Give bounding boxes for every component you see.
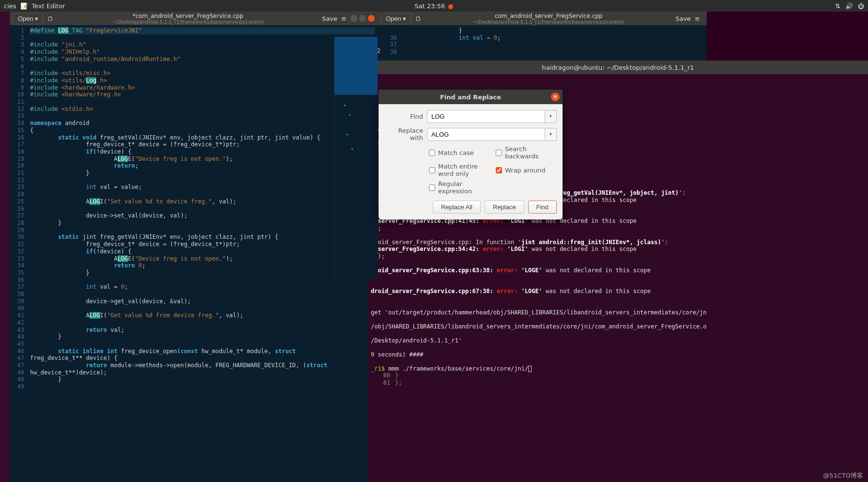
code-content[interactable]: #define LOG_TAG "FregServiceJNI" #includ… bbox=[27, 25, 378, 482]
minimap[interactable] bbox=[334, 37, 378, 279]
close-icon[interactable] bbox=[368, 15, 375, 22]
minimap-viewport[interactable] bbox=[335, 37, 378, 95]
terminal-titlebar: haidragon@ubuntu: ~/Desktop/android-5.1.… bbox=[368, 61, 868, 74]
volume-icon[interactable]: 🔊 bbox=[845, 2, 853, 10]
system-menubar: cies 📝 Text Editor Sat 23:56 ● ⇅ 🔊 ⏻ bbox=[0, 0, 868, 12]
replace-all-button[interactable]: Replace All bbox=[433, 201, 481, 214]
line-number-gutter: 1234567891011121314151617181920212223242… bbox=[10, 25, 27, 482]
code-editor[interactable]: 1234567891011121314151617181920212223242… bbox=[10, 25, 378, 482]
power-icon[interactable]: ⏻ bbox=[858, 2, 864, 10]
dialog-close-icon[interactable]: × bbox=[551, 93, 560, 101]
replace-button[interactable]: Replace bbox=[485, 201, 524, 214]
code-content[interactable]: } int val = 0; bbox=[400, 25, 707, 65]
window-title: com_android_server_FregService.cpp bbox=[422, 13, 675, 19]
window-subtitle: ~/Desktop/android-5.1.1_r1/frameworks/ba… bbox=[422, 19, 675, 25]
menubar-fragment: cies bbox=[4, 2, 16, 10]
editor-titlebar: Open ▾ 🗋 com_android_server_FregService.… bbox=[378, 12, 707, 25]
editor-window-right: Open ▾ 🗋 com_android_server_FregService.… bbox=[378, 12, 707, 65]
search-backwards-checkbox[interactable]: Search backwards bbox=[496, 145, 557, 160]
wrap-around-checkbox[interactable]: Wrap around bbox=[496, 163, 557, 177]
new-document-icon[interactable]: 🗋 bbox=[47, 15, 54, 22]
code-editor[interactable]: 36 37 38 } int val = 0; bbox=[378, 25, 707, 65]
find-replace-dialog: Find and Replace × Find ▾ Replace with ▾… bbox=[379, 90, 563, 219]
unity-launcher[interactable] bbox=[0, 12, 10, 482]
new-document-icon[interactable]: 🗋 bbox=[415, 15, 422, 22]
editor-titlebar: Open ▾ 🗋 *com_android_server_FregService… bbox=[10, 12, 378, 25]
find-dropdown-icon[interactable]: ▾ bbox=[545, 110, 557, 123]
window-subtitle: ~/Desktop/android-5.1.1_r1/frameworks/ba… bbox=[54, 19, 322, 25]
minimize-icon[interactable] bbox=[350, 15, 357, 22]
regex-checkbox[interactable]: Regular expression bbox=[429, 180, 490, 195]
open-button[interactable]: Open ▾ bbox=[381, 13, 411, 24]
dialog-titlebar[interactable]: Find and Replace × bbox=[379, 90, 563, 104]
dialog-title: Find and Replace bbox=[440, 93, 501, 101]
find-input[interactable] bbox=[427, 110, 545, 123]
hamburger-menu-icon[interactable]: ≡ bbox=[341, 15, 347, 22]
line-number-gutter: 36 37 38 bbox=[378, 25, 400, 65]
match-case-checkbox[interactable]: Match case bbox=[429, 145, 490, 160]
open-button[interactable]: Open ▾ bbox=[13, 13, 44, 24]
text-editor-icon: 📝 bbox=[20, 2, 28, 10]
replace-dropdown-icon[interactable]: ▾ bbox=[545, 128, 557, 141]
network-icon[interactable]: ⇅ bbox=[835, 2, 840, 10]
watermark: @51CTO博客 bbox=[823, 471, 863, 480]
clock[interactable]: Sat 23:56 bbox=[414, 2, 445, 10]
save-button[interactable]: Save bbox=[675, 15, 691, 22]
notification-dot-icon: ● bbox=[448, 2, 453, 10]
find-label: Find bbox=[384, 113, 423, 120]
replace-label: Replace with bbox=[384, 127, 423, 141]
match-word-checkbox[interactable]: Match entire word only bbox=[429, 163, 490, 177]
app-name[interactable]: Text Editor bbox=[32, 2, 65, 10]
replace-input[interactable] bbox=[427, 128, 545, 141]
editor-window-left: Open ▾ 🗋 *com_android_server_FregService… bbox=[10, 12, 378, 482]
window-title: *com_android_server_FregService.cpp bbox=[54, 13, 322, 19]
find-button[interactable]: Find bbox=[528, 201, 557, 214]
save-button[interactable]: Save bbox=[322, 15, 337, 22]
maximize-icon[interactable] bbox=[359, 15, 366, 22]
hamburger-menu-icon[interactable]: ≡ bbox=[695, 15, 700, 22]
